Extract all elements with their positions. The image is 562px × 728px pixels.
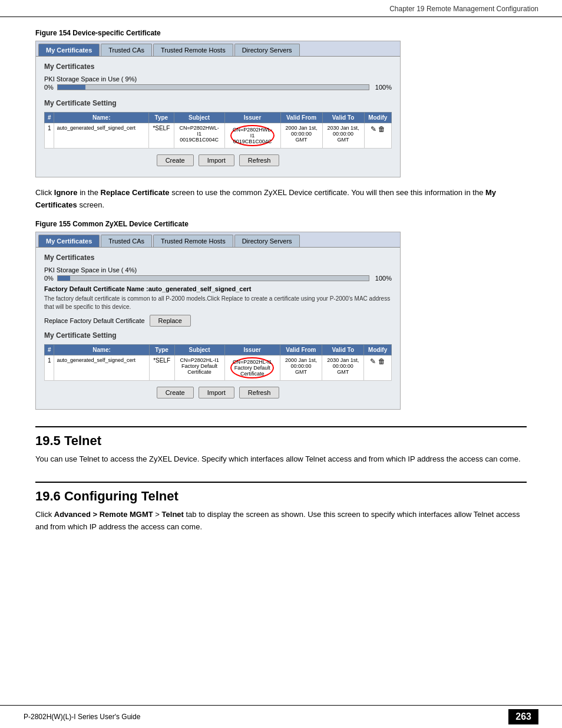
progress-row-1: 0% 100% (44, 84, 392, 91)
tab-bar-1: My Certificates Trusted CAs Trusted Remo… (36, 41, 400, 56)
section-title-2: My Certificates (44, 253, 392, 262)
inner-content-2: My Certificates PKI Storage Space in Use… (36, 247, 400, 409)
cell-issuer-2: CN=P2802HL-I1Factory DefaultCertificate (224, 355, 280, 380)
inner-content-1: My Certificates PKI Storage Space in Use… (36, 56, 400, 177)
factory-title: Factory Default Certificate Name :auto_g… (44, 285, 392, 292)
progress-bar-2 (57, 275, 369, 281)
tab-trusted-cas-2[interactable]: Trusted CAs (101, 235, 152, 247)
progress-row-2: 0% 100% (44, 275, 392, 282)
main-content: Figure 154 Device-specific Certificate M… (0, 17, 562, 577)
pki-label-2: PKI Storage Space in Use ( 4%) (44, 266, 392, 274)
col-subject-2: Subject (174, 344, 224, 355)
factory-block: Factory Default Certificate Name :auto_g… (44, 285, 392, 327)
tab-my-certificates-1[interactable]: My Certificates (38, 44, 100, 56)
issuer-highlight-1: CN=P2802HWL-I10019CB1C004C (230, 125, 275, 146)
col-valid-to-1: Valid To (322, 113, 364, 123)
section-title-1: My Certificates (44, 62, 392, 71)
figure154-label: Figure 154 Device-specific Certificate (35, 29, 527, 37)
progress-fill-2 (58, 276, 70, 281)
cell-name-1: auto_generated_self_signed_cert (54, 123, 149, 149)
buttons-row-1: Create Import Refresh (44, 154, 392, 171)
progress-left-1: 0% (44, 84, 54, 91)
body-1d: Replace Certificate (101, 188, 170, 197)
progress-right-2: 100% (373, 275, 392, 282)
body-1g: screen. (77, 200, 104, 209)
cert-table-1: # Name: Type Subject Issuer Valid From V… (44, 112, 392, 149)
tab-trusted-remote-hosts-2[interactable]: Trusted Remote Hosts (153, 235, 233, 247)
figure154-screenshot: My Certificates Trusted CAs Trusted Remo… (35, 41, 401, 177)
cell-issuer-1: CN=P2802HWL-I10019CB1C004C (224, 123, 280, 149)
col-num-1: # (45, 113, 54, 123)
col-type-1: Type (149, 113, 174, 123)
cert-setting-title-1: My Certificate Setting (44, 99, 392, 107)
body-1c: in the (78, 188, 101, 197)
create-button-2[interactable]: Create (157, 387, 194, 398)
refresh-button-1[interactable]: Refresh (239, 154, 280, 166)
cell-valid-from-2: 2000 Jan 1st,00:00:00GMT (280, 355, 322, 380)
cell-valid-to-1: 2030 Jan 1st,00:00:00GMT (322, 123, 364, 149)
create-button-1[interactable]: Create (157, 154, 194, 166)
col-num-2: # (45, 344, 54, 355)
body-1e: screen to use the common ZyXEL Device ce… (170, 188, 485, 197)
col-modify-1: Modify (364, 113, 391, 123)
section-19-5-title: 19.5 Telnet (35, 433, 101, 448)
figure155-label: Figure 155 Common ZyXEL Device Certifica… (35, 220, 527, 228)
col-modify-2: Modify (364, 344, 392, 355)
import-button-2[interactable]: Import (199, 387, 234, 398)
section-19-6-heading: 19.6 Configuring Telnet (35, 482, 527, 504)
buttons-row-2: Create Import Refresh (44, 387, 392, 403)
replace-row: Replace Factory Default Certificate Repl… (44, 315, 392, 327)
section-19-5-body: You can use Telnet to access the ZyXEL D… (35, 453, 527, 466)
tab-trusted-remote-hosts-1[interactable]: Trusted Remote Hosts (153, 44, 233, 56)
section-19-5-heading: 19.5 Telnet (35, 426, 527, 449)
issuer-highlight-2: CN=P2802HL-I1Factory DefaultCertificate (230, 357, 274, 378)
tab-trusted-cas-1[interactable]: Trusted CAs (101, 44, 152, 56)
body-2b: Advanced > Remote MGMT (54, 510, 153, 519)
replace-button[interactable]: Replace (150, 315, 191, 327)
cert-table-2: # Name: Type Subject Issuer Valid From V… (44, 344, 392, 381)
col-issuer-1: Issuer (224, 113, 280, 123)
body-text-1: Click Ignore in the Replace Certificate … (35, 187, 527, 212)
section-19-6-body: Click Advanced > Remote MGMT > Telnet ta… (35, 509, 527, 533)
table-row-1: 1 auto_generated_self_signed_cert *SELF … (45, 123, 392, 149)
body-1a: Click (35, 188, 54, 197)
col-valid-to-2: Valid To (322, 344, 364, 355)
cell-modify-1: ✎ 🗑 (364, 123, 391, 149)
footer-left: P-2802H(W)(L)-I Series User's Guide (24, 713, 140, 721)
tab-my-certificates-2[interactable]: My Certificates (38, 235, 100, 247)
section-19-6-title: 19.6 Configuring Telnet (35, 489, 178, 503)
cell-name-2: auto_generated_self_signed_cert (54, 355, 149, 380)
cell-type-2: *SELF (149, 355, 174, 380)
pki-label-1: PKI Storage Space in Use ( 9%) (44, 75, 392, 83)
tab-directory-servers-1[interactable]: Directory Servers (234, 44, 300, 56)
refresh-button-2[interactable]: Refresh (239, 387, 280, 398)
progress-right-1: 100% (373, 84, 392, 91)
cell-subject-2: CN=P2802HL-I1Factory DefaultCertificate (174, 355, 224, 380)
cell-type-1: *SELF (149, 123, 174, 149)
figure155-screenshot: My Certificates Trusted CAs Trusted Remo… (35, 232, 401, 410)
col-issuer-2: Issuer (224, 344, 280, 355)
factory-desc: The factory default certificate is commo… (44, 295, 392, 311)
col-valid-from-1: Valid From (280, 113, 322, 123)
body-1b: Ignore (54, 188, 78, 197)
cell-num-2: 1 (45, 355, 54, 380)
body-2d: Telnet (162, 510, 184, 519)
progress-bar-1 (57, 84, 369, 90)
col-valid-from-2: Valid From (280, 344, 322, 355)
table-row-2: 1 auto_generated_self_signed_cert *SELF … (45, 355, 392, 380)
cell-valid-from-1: 2000 Jan 1st,00:00:00GMT (280, 123, 322, 149)
page-number: 263 (508, 709, 538, 724)
page-footer: P-2802H(W)(L)-I Series User's Guide 263 (0, 705, 562, 728)
body-2a: Click (35, 510, 54, 519)
import-button-1[interactable]: Import (199, 154, 234, 166)
cell-num-1: 1 (45, 123, 54, 149)
cell-valid-to-2: 2030 Jan 1st,00:00:00GMT (322, 355, 364, 380)
col-subject-1: Subject (174, 113, 224, 123)
cert-setting-title-2: My Certificate Setting (44, 331, 392, 340)
cell-modify-2: ✎ 🗑 (364, 355, 392, 380)
progress-left-2: 0% (44, 275, 54, 282)
col-type-2: Type (149, 344, 174, 355)
body-2c: > (153, 510, 162, 519)
tab-directory-servers-2[interactable]: Directory Servers (234, 235, 300, 247)
page-header: Chapter 19 Remote Management Configurati… (0, 0, 562, 17)
